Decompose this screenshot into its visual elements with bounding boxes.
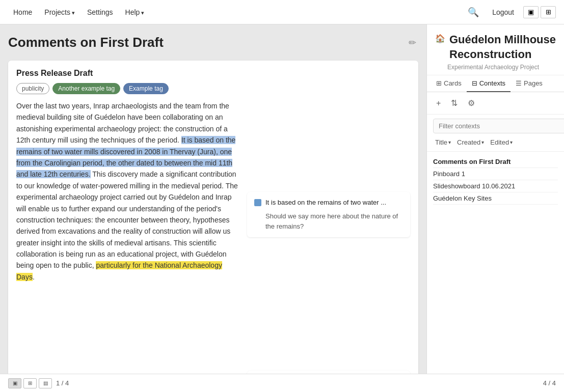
- card-body-text: Over the last two years, Inrap archaeolo…: [16, 100, 239, 283]
- home-icon: 🏠: [435, 34, 445, 43]
- contexts-tab-icon: ⊟: [472, 79, 477, 87]
- comment-card-2[interactable]: particularly for the National Archaeolog…: [247, 371, 410, 374]
- project-title: Guédelon Millhouse Reconstruction: [449, 33, 556, 62]
- context-item-3[interactable]: Guédelon Key Sites: [433, 192, 558, 205]
- tab-pages[interactable]: ☰ Pages: [511, 75, 548, 92]
- page-title-text: Comments on First Draft: [8, 35, 164, 50]
- comment-indicator-1: It is based on the remains of two water …: [254, 198, 403, 207]
- comment-column: It is based on the remains of two water …: [247, 100, 410, 374]
- context-name-1: Pinboard 1: [433, 170, 558, 178]
- card-title: Press Release Draft: [16, 69, 410, 78]
- comment-body-1: Should we say more here about the nature…: [265, 211, 403, 231]
- nav-home[interactable]: Home: [8, 5, 37, 19]
- main-card: Press Release Draft publicity Another ex…: [8, 61, 418, 374]
- context-name-2: Slideshowboard 10.06.2021: [433, 182, 558, 190]
- bottom-page-right: 4 / 4: [543, 379, 556, 387]
- sort-context-button[interactable]: ⇅: [448, 96, 461, 110]
- contexts-list: Comments on First Draft Pinboard 1 Slide…: [427, 152, 564, 374]
- bottom-view-btn-1[interactable]: ▣: [8, 378, 21, 388]
- bottom-page-left: 1 / 4: [56, 379, 69, 387]
- settings-context-button[interactable]: ⚙: [465, 96, 478, 110]
- tab-cards-label: Cards: [444, 79, 462, 87]
- sort-created-button[interactable]: Created: [455, 137, 486, 147]
- content-area: Over the last two years, Inrap archaeolo…: [16, 100, 410, 374]
- view-toggle-group: ▣ ⊞: [523, 6, 556, 18]
- bottom-right: 4 / 4: [543, 379, 556, 387]
- sort-edited-button[interactable]: Edited: [488, 137, 515, 147]
- bottom-view-buttons: ▣ ⊞ ▤: [8, 378, 52, 388]
- search-button[interactable]: 🔍: [464, 5, 483, 20]
- pages-tab-icon: ☰: [516, 79, 522, 87]
- main-text-column: Over the last two years, Inrap archaeolo…: [16, 100, 239, 374]
- page-title-bar: Comments on First Draft ✏: [8, 35, 418, 50]
- main-layout: Comments on First Draft ✏ Press Release …: [0, 24, 564, 374]
- nav-settings[interactable]: Settings: [82, 5, 118, 19]
- bottom-view-btn-2[interactable]: ⊞: [23, 378, 37, 388]
- context-name-0: Comments on First Draft: [433, 158, 558, 165]
- tag-publicity[interactable]: publicity: [16, 83, 49, 94]
- nav-help[interactable]: Help: [120, 5, 150, 19]
- right-panel: 🏠 Guédelon Millhouse Reconstruction Expe…: [426, 24, 564, 374]
- nav-right: 🔍 Logout ▣ ⊞: [464, 5, 556, 20]
- add-context-button[interactable]: +: [433, 97, 444, 110]
- context-name-3: Guédelon Key Sites: [433, 194, 558, 202]
- top-navbar: Home Projects Settings Help 🔍 Logout ▣ ⊞: [0, 0, 564, 24]
- bottom-left: ▣ ⊞ ▤ 1 / 4: [8, 378, 69, 388]
- comment-dot-blue: [254, 199, 261, 206]
- bottom-bar: ▣ ⊞ ▤ 1 / 4 4 / 4: [0, 374, 564, 392]
- left-panel: Comments on First Draft ✏ Press Release …: [0, 24, 426, 374]
- context-item-0[interactable]: Comments on First Draft: [433, 156, 558, 168]
- tag-another[interactable]: Another example tag: [52, 83, 120, 94]
- context-item-2[interactable]: Slideshowboard 10.06.2021: [433, 180, 558, 192]
- right-panel-header: 🏠 Guédelon Millhouse Reconstruction Expe…: [427, 24, 564, 75]
- bottom-view-btn-3[interactable]: ▤: [39, 378, 52, 388]
- comment-card-1[interactable]: It is based on the remains of two water …: [247, 192, 410, 237]
- filter-contexts-input[interactable]: [433, 119, 564, 133]
- edit-title-button[interactable]: ✏: [407, 35, 418, 50]
- sort-row: Title Created Edited: [427, 135, 564, 152]
- body-after: .: [33, 273, 35, 281]
- contexts-toolbar: + ⇅ ⚙: [427, 92, 564, 115]
- body-middle: This discovery made a significant contri…: [16, 170, 238, 269]
- tag-example[interactable]: Example tag: [123, 83, 169, 94]
- project-subtitle: Experimental Archaeology Project: [435, 64, 556, 71]
- nav-projects[interactable]: Projects: [39, 5, 80, 19]
- right-panel-tabs: ⊞ Cards ⊟ Contexts ☰ Pages: [427, 75, 564, 92]
- view-single-btn[interactable]: ▣: [523, 6, 539, 18]
- logout-button[interactable]: Logout: [487, 5, 519, 19]
- nav-left: Home Projects Settings Help: [8, 5, 464, 19]
- tab-cards[interactable]: ⊞ Cards: [431, 75, 467, 92]
- tab-pages-label: Pages: [524, 79, 543, 87]
- project-title-row: 🏠 Guédelon Millhouse Reconstruction: [435, 33, 556, 62]
- tab-contexts[interactable]: ⊟ Contexts: [467, 75, 511, 92]
- tab-contexts-label: Contexts: [479, 79, 505, 87]
- sort-title-button[interactable]: Title: [433, 137, 453, 147]
- view-split-btn[interactable]: ⊞: [541, 6, 556, 18]
- comment-excerpt-1: It is based on the remains of two water …: [265, 198, 386, 207]
- cards-tab-icon: ⊞: [436, 79, 442, 87]
- tags-container: publicity Another example tag Example ta…: [16, 83, 410, 94]
- context-item-1[interactable]: Pinboard 1: [433, 168, 558, 180]
